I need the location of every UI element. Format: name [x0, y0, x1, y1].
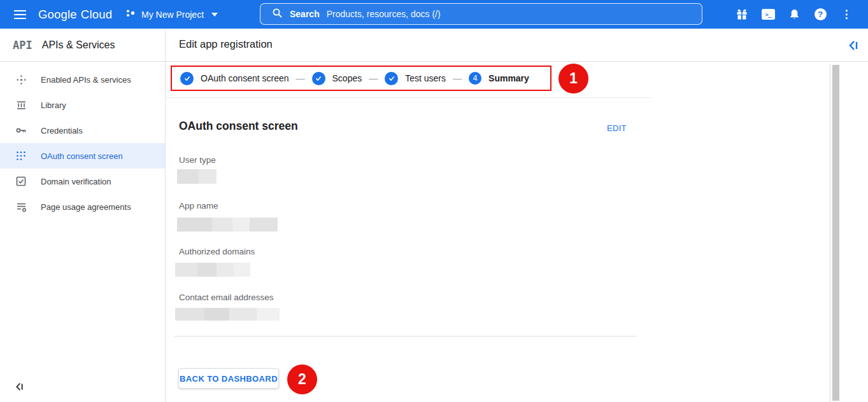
notifications-icon[interactable]	[786, 7, 802, 22]
domain-check-icon	[15, 176, 27, 187]
annotation-badge-2: 2	[287, 364, 317, 394]
sidebar-item-domain-verification[interactable]: Domain verification	[0, 169, 165, 194]
step-done-icon	[312, 72, 325, 85]
field-label-app-name: App name	[179, 201, 218, 211]
topbar-actions: >_ ? ⋮	[734, 0, 868, 29]
wizard-stepper: OAuth consent screen — Scopes — Test use…	[171, 66, 551, 91]
redacted-value-app-name	[177, 218, 278, 232]
sidebar-item-oauth-consent-screen[interactable]: OAuth consent screen	[0, 143, 165, 169]
sidebar-item-page-usage-agreements[interactable]: Page usage agreements	[0, 194, 165, 219]
search-input[interactable]: Search Products, resources, docs (/)	[260, 3, 702, 25]
sidebar-item-credentials[interactable]: Credentials	[0, 118, 165, 143]
page-header: API APIs & Services Edit app registratio…	[0, 29, 868, 62]
redacted-value-authorized-domains	[175, 263, 250, 277]
product-switcher[interactable]: API APIs & Services	[0, 29, 166, 61]
step-done-icon	[385, 72, 398, 85]
step-number-badge: 4	[469, 72, 481, 85]
step-label: OAuth consent screen	[201, 73, 289, 83]
sidebar-item-label: Library	[41, 100, 66, 110]
section-title: OAuth consent screen	[179, 120, 298, 133]
vertical-scrollbar	[830, 64, 841, 402]
sidebar-item-label: Page usage agreements	[41, 202, 131, 212]
scrollbar-thumb[interactable]	[832, 65, 839, 401]
project-name: My New Project	[141, 10, 204, 20]
agreements-icon	[15, 201, 27, 212]
logo-text-google: Google	[38, 8, 77, 22]
collapse-sidebar-icon[interactable]	[15, 381, 24, 395]
search-label: Search	[290, 9, 320, 19]
consent-icon	[15, 150, 27, 162]
top-app-bar: Google Cloud My New Project Search Produ…	[0, 0, 868, 29]
gift-icon[interactable]	[734, 7, 750, 22]
step-separator: —	[453, 73, 462, 83]
edit-link[interactable]: EDIT	[607, 123, 627, 133]
menu-icon[interactable]	[11, 6, 31, 22]
google-cloud-logo[interactable]: Google Cloud	[38, 0, 112, 29]
logo-text-cloud: Cloud	[81, 8, 112, 22]
step-summary[interactable]: 4 Summary	[469, 72, 529, 85]
sidebar-nav: Enabled APIs & services Library Credenti…	[0, 62, 166, 402]
field-label-contact-email: Contact email addresses	[179, 293, 274, 302]
step-done-icon	[180, 72, 194, 85]
more-icon[interactable]: ⋮	[839, 7, 854, 22]
search-icon	[272, 8, 283, 21]
annotation-badge-1: 1	[559, 64, 588, 94]
sidebar-item-label: Enabled APIs & services	[41, 75, 131, 85]
library-icon	[15, 99, 27, 111]
divider	[166, 97, 651, 98]
project-selector[interactable]: My New Project	[125, 0, 218, 29]
sidebar-item-label: OAuth consent screen	[41, 151, 123, 161]
step-separator: —	[296, 73, 305, 83]
redacted-value-user-type	[177, 169, 217, 184]
sidebar-item-label: Credentials	[41, 126, 83, 135]
key-icon	[15, 125, 27, 136]
sidebar-item-label: Domain verification	[41, 177, 111, 186]
project-icon	[125, 8, 136, 21]
step-test-users[interactable]: Test users	[385, 72, 446, 85]
help-icon[interactable]: ?	[813, 7, 828, 22]
field-label-authorized-domains: Authorized domains	[179, 247, 255, 256]
divider	[174, 336, 637, 336]
sidebar-item-enabled-apis[interactable]: Enabled APIs & services	[0, 67, 165, 92]
sidebar-item-library[interactable]: Library	[0, 92, 165, 118]
field-label-user-type: User type	[179, 155, 216, 165]
step-separator: —	[369, 73, 378, 83]
chevron-down-icon	[211, 13, 218, 17]
back-to-dashboard-button[interactable]: BACK TO DASHBOARD	[178, 368, 279, 389]
api-product-icon: API	[13, 39, 32, 52]
step-label: Scopes	[332, 73, 362, 83]
cloud-shell-icon[interactable]: >_	[760, 7, 776, 22]
product-name: APIs & Services	[42, 39, 115, 51]
apps-icon	[15, 74, 27, 85]
step-label: Summary	[488, 73, 529, 83]
step-oauth-consent-screen[interactable]: OAuth consent screen	[180, 72, 289, 85]
search-placeholder: Products, resources, docs (/)	[327, 9, 441, 19]
step-label: Test users	[405, 73, 446, 83]
step-scopes[interactable]: Scopes	[312, 72, 362, 85]
redacted-value-contact-email	[175, 308, 280, 321]
collapse-panel-icon[interactable]	[848, 39, 859, 55]
page-title: Edit app registration	[179, 38, 273, 50]
